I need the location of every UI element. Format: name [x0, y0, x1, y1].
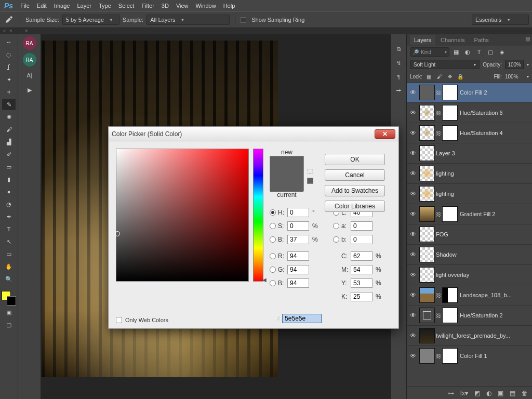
layer-row[interactable]: 👁light ovverlay: [407, 265, 532, 285]
link-icon[interactable]: ⛓: [436, 130, 441, 136]
visibility-icon[interactable]: 👁: [407, 210, 419, 218]
layer-thumbnail[interactable]: [419, 328, 435, 343]
new-layer-icon[interactable]: ▤: [510, 390, 515, 397]
layer-mask-thumbnail[interactable]: [442, 348, 458, 364]
close-button[interactable]: ✕: [375, 129, 395, 139]
layer-name[interactable]: Color Fill 1: [460, 353, 530, 359]
filter-shape-icon[interactable]: ▢: [486, 47, 495, 57]
trash-icon[interactable]: 🗑: [522, 390, 528, 397]
visibility-icon[interactable]: 👁: [407, 291, 419, 299]
cube-icon[interactable]: ⬚: [307, 167, 314, 175]
layer-mask-thumbnail[interactable]: [442, 85, 458, 100]
a-input[interactable]: [351, 221, 373, 231]
workspace-combo[interactable]: Essentials▼: [472, 15, 529, 25]
r-radio[interactable]: [270, 253, 276, 259]
color-field[interactable]: [116, 149, 249, 282]
layer-row[interactable]: 👁⛓Gradient Fill 2: [407, 204, 532, 224]
h-input[interactable]: [287, 208, 309, 217]
filter-type-icon[interactable]: T: [474, 47, 484, 57]
layers-list[interactable]: 👁⛓Color Fill 2👁⛓Hue/Saturation 6👁⛓Hue/Sa…: [407, 82, 532, 387]
layer-row[interactable]: 👁⛓Color Fill 2: [407, 83, 532, 103]
layer-thumbnail[interactable]: [419, 125, 435, 141]
visibility-icon[interactable]: 👁: [407, 352, 419, 360]
layer-thumbnail[interactable]: [419, 227, 435, 242]
lock-image-icon[interactable]: 🖌: [436, 74, 443, 79]
visibility-icon[interactable]: 👁: [407, 190, 419, 197]
lock-all-icon[interactable]: 🔒: [457, 74, 464, 79]
wand-tool-icon[interactable]: ✦: [2, 74, 16, 85]
layer-thumbnail[interactable]: [419, 247, 435, 262]
layer-thumbnail[interactable]: [419, 308, 435, 323]
menu-window[interactable]: Window: [196, 3, 216, 9]
panel-menu-icon[interactable]: ▤: [525, 36, 530, 42]
layer-mask-thumbnail[interactable]: [442, 287, 458, 303]
layer-row[interactable]: 👁⛓Landscape_108_b...: [407, 285, 532, 305]
layer-row[interactable]: 👁⛓Hue/Saturation 2: [407, 305, 532, 326]
screen-mode-icon[interactable]: ▢: [2, 319, 16, 330]
move-tool-icon[interactable]: ↔: [2, 36, 16, 48]
layer-row[interactable]: 👁FOG: [407, 224, 532, 245]
show-sampling-ring-checkbox[interactable]: [241, 17, 246, 23]
menu-view[interactable]: View: [176, 3, 189, 9]
menu-3d[interactable]: 3D: [162, 3, 169, 9]
layer-thumbnail[interactable]: [419, 287, 435, 303]
layer-name[interactable]: Hue/Saturation 4: [460, 130, 530, 136]
link-icon[interactable]: ⛓: [436, 313, 441, 318]
quick-mask-icon[interactable]: ▣: [2, 307, 16, 318]
visibility-icon[interactable]: 👁: [407, 251, 419, 258]
layer-name[interactable]: lighting: [436, 170, 530, 177]
layer-row[interactable]: 👁Shadow: [407, 245, 532, 265]
blur-tool-icon[interactable]: ●: [2, 186, 16, 197]
new-current-color[interactable]: [270, 156, 304, 191]
layer-name[interactable]: lighting: [436, 191, 530, 197]
heal-tool-icon[interactable]: ✺: [2, 111, 16, 123]
adjustment-icon[interactable]: ◐: [486, 390, 491, 397]
layer-filter-kind[interactable]: 🔎Kind▾: [410, 47, 449, 57]
eyedropper-tool-icon[interactable]: [3, 14, 15, 25]
color-libraries-button[interactable]: Color Libraries: [325, 201, 385, 212]
lock-transparent-icon[interactable]: ▦: [425, 74, 433, 79]
lab-b-input[interactable]: [351, 235, 373, 244]
layer-name[interactable]: Hue/Saturation 6: [460, 110, 530, 116]
path-tool-icon[interactable]: ↖: [2, 236, 16, 247]
menu-select[interactable]: Select: [118, 3, 135, 9]
s-input[interactable]: [287, 221, 309, 231]
layer-row[interactable]: 👁⛓Hue/Saturation 6: [407, 103, 532, 123]
layer-mask-thumbnail[interactable]: [442, 308, 458, 323]
link-icon[interactable]: ⛓: [436, 292, 441, 298]
menu-help[interactable]: Help: [223, 3, 235, 9]
tab-close-icon[interactable]: ×: [9, 28, 14, 34]
pen-tool-icon[interactable]: ✒: [2, 211, 16, 222]
menu-image[interactable]: Image: [54, 3, 70, 9]
opacity-value[interactable]: 100%: [505, 60, 524, 69]
layer-name[interactable]: Gradient Fill 2: [460, 211, 530, 217]
visibility-icon[interactable]: 👁: [407, 109, 419, 116]
layer-name[interactable]: Shadow: [436, 251, 530, 258]
eyedropper-tool-icon[interactable]: ✎: [2, 99, 16, 110]
m-input[interactable]: [351, 265, 373, 274]
ok-button[interactable]: OK: [325, 154, 385, 165]
group-icon[interactable]: ▣: [498, 390, 503, 397]
hue-slider[interactable]: ◀: [253, 149, 263, 282]
layer-row[interactable]: 👁lighting: [407, 184, 532, 204]
visibility-icon[interactable]: 👁: [407, 312, 419, 319]
only-web-colors-checkbox[interactable]: [116, 317, 122, 323]
filter-image-icon[interactable]: ▦: [451, 47, 461, 57]
c-input[interactable]: [351, 251, 373, 261]
gradient-tool-icon[interactable]: ▮: [2, 174, 16, 185]
tab-handle-icon[interactable]: »: [3, 28, 7, 34]
zoom-tool-icon[interactable]: 🔍: [2, 273, 16, 285]
layer-name[interactable]: light ovverlay: [436, 272, 530, 278]
lock-position-icon[interactable]: ✥: [446, 74, 454, 79]
brush-tool-icon[interactable]: 🖌: [2, 124, 16, 135]
fx-icon[interactable]: fx▾: [460, 390, 468, 397]
menu-edit[interactable]: Edit: [37, 3, 47, 9]
sample-combo[interactable]: All Layers▼: [147, 15, 230, 25]
type-tool-icon[interactable]: T: [2, 223, 16, 235]
layer-row[interactable]: 👁⛓Hue/Saturation 4: [407, 123, 532, 143]
actions-icon[interactable]: ⮕: [396, 87, 402, 94]
dodge-tool-icon[interactable]: ◔: [2, 198, 16, 210]
cancel-button[interactable]: Cancel: [325, 169, 385, 181]
bv-input[interactable]: [287, 235, 309, 244]
link-icon[interactable]: ⛓: [436, 90, 441, 96]
